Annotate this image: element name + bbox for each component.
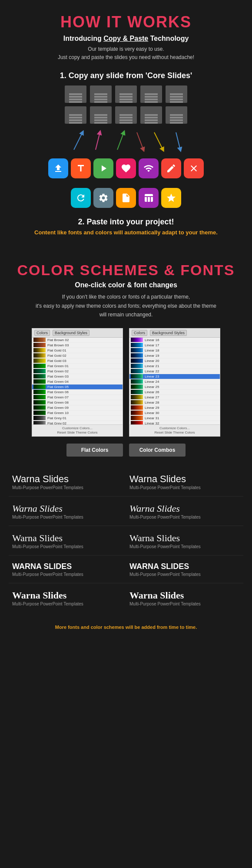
panel-footer-right: Customize Colors... Reset Slide Theme Co…	[129, 424, 220, 436]
font-desc: Multi-Purpose PowerPoint Templates	[129, 515, 240, 519]
font-name: Warna Slides	[129, 474, 240, 484]
slide-thumb	[166, 106, 187, 124]
app-icon-refresh	[71, 188, 91, 208]
panel-list-wrapper-right: Linear 16 Linear 17 Linear 18 Linear 19 …	[129, 338, 220, 424]
slide-thumb	[140, 85, 162, 103]
svg-line-2	[117, 132, 124, 150]
step1-label: 1. Copy any slide from 'Core Slides'	[9, 71, 243, 80]
list-item[interactable]: Linear 21	[129, 364, 220, 369]
list-item[interactable]: Linear 32	[129, 421, 220, 424]
app-icon-edit	[161, 158, 181, 178]
list-item[interactable]: Flat Green 06	[32, 390, 123, 395]
list-item[interactable]: Linear 17	[129, 343, 220, 348]
list-item[interactable]: Flat Green 02	[32, 369, 123, 374]
step2-label: 2. Paste into your project!	[9, 217, 243, 227]
flat-colors-label[interactable]: Flat Colors	[66, 444, 123, 457]
font-name: Warna Slides	[12, 474, 123, 484]
font-col-right-3: Warna Slides Multi-Purpose PowerPoint Te…	[126, 533, 243, 549]
font-desc: Multi-Purpose PowerPoint Templates	[12, 485, 123, 490]
panel-header-left: Colors Background Styles	[32, 329, 123, 338]
slide-thumb	[90, 85, 112, 103]
list-item[interactable]: Flat Green 09	[32, 405, 123, 411]
customize-colors-left[interactable]: Customize Colors...	[34, 426, 120, 430]
font-desc: Multi-Purpose PowerPoint Templates	[12, 602, 123, 606]
app-icon-wifi	[139, 158, 159, 178]
bg-styles-dropdown-left[interactable]: Background Styles	[53, 330, 90, 336]
list-item[interactable]: Flat Brown 02	[32, 338, 123, 343]
color-panels-row: Colors Background Styles Flat Brown 02 F…	[9, 328, 243, 437]
list-item[interactable]: Linear 31	[129, 416, 220, 421]
cs-subtitle: One-click color & font changes	[9, 281, 243, 289]
list-item[interactable]: Flat Green 05	[32, 385, 123, 390]
reset-theme-left[interactable]: Reset Slide Theme Colors	[34, 431, 120, 434]
color-schemes-section: COLOR SCHEMES & FONTS One-click color & …	[0, 253, 252, 473]
font-name: WARNA SLIDES	[129, 562, 240, 571]
list-item[interactable]: Flat Green 10	[32, 411, 123, 416]
reset-theme-right[interactable]: Reset Slide Theme Colors	[132, 431, 218, 434]
list-item[interactable]: Linear 29	[129, 405, 220, 411]
list-item[interactable]: Linear 19	[129, 353, 220, 358]
font-name: WARNA SLIDES	[12, 562, 123, 571]
list-item[interactable]: Linear 16	[129, 338, 220, 343]
font-name: Warna Slides	[12, 533, 123, 543]
panel-labels: Flat Colors Color Combos	[9, 444, 243, 457]
slide-thumb	[90, 106, 112, 124]
font-desc: Multi-Purpose PowerPoint Templates	[12, 572, 123, 577]
slide-thumb	[65, 85, 86, 103]
customize-colors-right[interactable]: Customize Colors...	[132, 426, 218, 430]
how-title: HOW IT WORKS	[9, 13, 243, 31]
list-item[interactable]: Flat Gold 01	[32, 348, 123, 353]
bg-styles-dropdown-right[interactable]: Background Styles	[150, 330, 187, 336]
app-icon-document	[116, 188, 136, 208]
list-item[interactable]: Linear 30	[129, 411, 220, 416]
app-icon-text	[71, 158, 91, 178]
how-desc: Our template is very easy to use. Just c…	[9, 45, 243, 62]
svg-line-3	[137, 132, 143, 150]
app-icon-play	[93, 158, 113, 178]
font-name: Warna Slides	[129, 590, 240, 601]
panel-header-right: Colors Background Styles	[129, 329, 220, 338]
list-item[interactable]: Flat Green 01	[32, 364, 123, 369]
font-col-right-1: Warna Slides Multi-Purpose PowerPoint Te…	[126, 474, 243, 490]
list-item[interactable]: Flat Green 07	[32, 395, 123, 400]
list-item[interactable]: Linear 26	[129, 390, 220, 395]
app-icons-row2	[9, 184, 243, 212]
list-item[interactable]: Linear 18	[129, 348, 220, 353]
list-item[interactable]: Linear 25	[129, 385, 220, 390]
list-item[interactable]: Linear 28	[129, 400, 220, 405]
list-item[interactable]: Flat Grey 01	[32, 416, 123, 421]
list-item[interactable]: Flat Gold 03	[32, 358, 123, 364]
flat-colors-panel: Colors Background Styles Flat Brown 02 F…	[32, 328, 123, 437]
svg-line-4	[154, 132, 163, 150]
more-fonts-note: More fonts and color schemes will be add…	[0, 619, 252, 638]
font-desc: Multi-Purpose PowerPoint Templates	[12, 515, 123, 519]
list-item[interactable]: Linear 20	[129, 358, 220, 364]
font-col-left-2: Warna Slides Multi-Purpose PowerPoint Te…	[9, 503, 126, 519]
colors-dropdown-right[interactable]: Colors	[132, 330, 147, 336]
font-col-left-1: Warna Slides Multi-Purpose PowerPoint Te…	[9, 474, 126, 490]
list-item[interactable]: Linear 23	[129, 374, 220, 379]
font-desc: Multi-Purpose PowerPoint Templates	[129, 602, 240, 606]
slide-thumb	[140, 106, 162, 124]
font-col-left-4: WARNA SLIDES Multi-Purpose PowerPoint Te…	[9, 562, 126, 577]
panel-footer-left: Customize Colors... Reset Slide Theme Co…	[32, 424, 123, 436]
list-item[interactable]: Linear 27	[129, 395, 220, 400]
font-row-2: Warna Slides Multi-Purpose PowerPoint Te…	[9, 503, 243, 526]
slide-thumb	[166, 85, 187, 103]
list-item[interactable]: Flat Green 08	[32, 400, 123, 405]
list-item[interactable]: Flat Brown 03	[32, 343, 123, 348]
list-item[interactable]: Flat Green 04	[32, 379, 123, 385]
font-name: Warna Slides	[129, 503, 240, 514]
font-samples-section: Warna Slides Multi-Purpose PowerPoint Te…	[0, 474, 252, 613]
list-item[interactable]: Flat Grey 02	[32, 421, 123, 424]
list-item[interactable]: Flat Green 03	[32, 374, 123, 379]
colors-dropdown-left[interactable]: Colors	[34, 330, 50, 336]
app-icon-star	[161, 188, 181, 208]
panel-list-right: Linear 16 Linear 17 Linear 18 Linear 19 …	[129, 338, 220, 424]
list-item[interactable]: Linear 22	[129, 369, 220, 374]
list-item[interactable]: Linear 24	[129, 379, 220, 385]
color-combos-label[interactable]: Color Combos	[129, 444, 186, 457]
font-desc: Multi-Purpose PowerPoint Templates	[129, 485, 240, 490]
list-item[interactable]: Flat Gold 02	[32, 353, 123, 358]
app-icon-settings	[93, 188, 113, 208]
